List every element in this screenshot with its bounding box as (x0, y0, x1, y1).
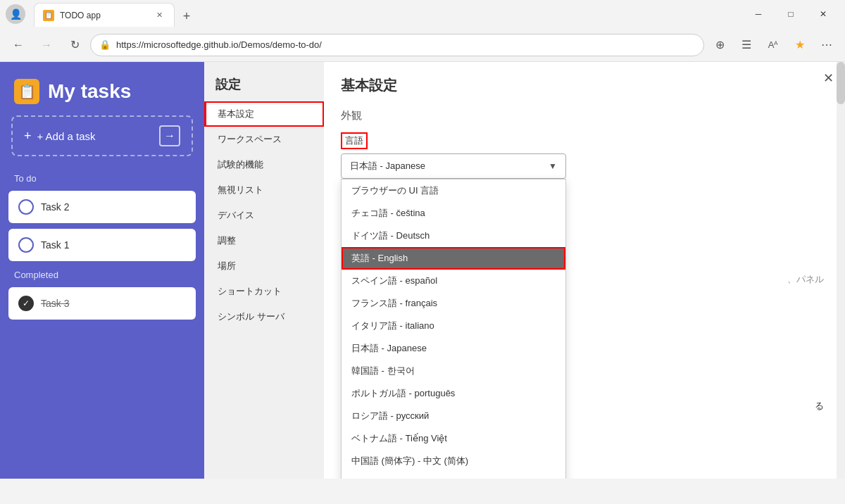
language-dropdown[interactable]: ブラウザーの UI 言語 チェコ語 - čeština ドイツ語 - Deuts… (341, 179, 566, 479)
share-icon[interactable]: ⊕ (707, 32, 732, 58)
language-select-wrapper: 日本語 - Japanese ▼ ブラウザーの UI 言語 チェコ語 - češ… (341, 153, 566, 179)
settings-close-button[interactable]: ✕ (823, 70, 834, 86)
tab-favicon: 📋 (43, 10, 54, 21)
add-task-button[interactable]: + + Add a task → (11, 115, 193, 156)
dropdown-item-it[interactable]: イタリア語 - italiano (342, 315, 565, 337)
dropdown-item-es[interactable]: スペイン語 - español (342, 270, 565, 292)
settings-area: 設定 基本設定 ワークスペース 試験的機能 無視リスト デバイス 調整 場所 (204, 62, 845, 479)
settings-nav: 設定 基本設定 ワークスペース 試験的機能 無視リスト デバイス 調整 場所 (204, 62, 324, 479)
completed-task-checkbox[interactable]: ✓ (18, 296, 34, 311)
partial-hint: る (815, 400, 824, 412)
todo-section-label: To do (0, 168, 204, 188)
completed-section-label: Completed (0, 264, 204, 284)
chevron-down-icon: ▼ (549, 161, 557, 171)
add-task-label: + Add a task (37, 130, 96, 142)
close-button[interactable]: ✕ (807, 3, 839, 25)
add-task-plus-icon: + (24, 129, 32, 144)
settings-panel-title: 設定 (204, 70, 324, 101)
sidebar: 📋 My tasks + + Add a task → To do Task 2… (0, 62, 204, 479)
settings-nav-item-experimental[interactable]: 試験的機能 (204, 152, 324, 177)
dropdown-item-vi[interactable]: ベトナム語 - Tiếng Việt (342, 427, 565, 450)
settings-nav-item-workspace[interactable]: ワークスペース (204, 127, 324, 152)
dropdown-item-zh-tw[interactable]: 中国語 (繁体字) - 中文 (繁體) (342, 472, 565, 479)
dropdown-item-browser[interactable]: ブラウザーの UI 言語 (342, 179, 565, 202)
settings-nav-item-device[interactable]: デバイス (204, 203, 324, 228)
language-select-value: 日本語 - Japanese (350, 160, 425, 172)
minimize-button[interactable]: ─ (742, 3, 775, 25)
settings-main-title: 基本設定 (341, 76, 828, 95)
tab-close-button[interactable]: ✕ (153, 9, 165, 22)
settings-nav-item-symbol[interactable]: シンボル サーバ (204, 304, 324, 329)
dropdown-item-ja[interactable]: 日本語 - Japanese (342, 337, 565, 360)
favorites-star-icon[interactable]: ★ (787, 32, 813, 58)
settings-main-panel: ✕ 基本設定 外観 言語 日本語 - Japanese ▼ ブラウザーの UI … (324, 62, 845, 479)
address-bar[interactable]: 🔒 https://microsoftedge.github.io/Demos/… (90, 34, 704, 56)
app-title: My tasks (48, 80, 131, 103)
navigation-bar: ← → ↻ 🔒 https://microsoftedge.github.io/… (0, 28, 845, 62)
dropdown-item-pt[interactable]: ポルトガル語 - português (342, 382, 565, 405)
nav-action-buttons: ⊕ ☰ Aᴬ ★ ⋯ (707, 32, 839, 58)
language-label-row: 言語 (341, 132, 828, 149)
tab-title: TODO app (60, 11, 147, 20)
dropdown-item-fr[interactable]: フランス語 - français (342, 292, 565, 315)
read-aloud-icon[interactable]: Aᴬ (760, 32, 786, 58)
settings-nav-item-basic[interactable]: 基本設定 (204, 101, 324, 127)
settings-nav-item-ignore[interactable]: 無視リスト (204, 177, 324, 203)
app-logo-icon: 📋 (14, 79, 39, 104)
sidebar-header: 📋 My tasks (0, 62, 204, 115)
settings-nav-item-location[interactable]: 場所 (204, 253, 324, 279)
dropdown-item-de[interactable]: ドイツ語 - Deutsch (342, 225, 565, 247)
window-controls: ─ □ ✕ (742, 3, 839, 25)
scrollbar-thumb[interactable] (837, 62, 845, 104)
add-task-arrow-icon: → (159, 125, 180, 146)
back-button[interactable]: ← (6, 32, 31, 58)
dropdown-item-ru[interactable]: ロシア語 - русский (342, 405, 565, 427)
language-select[interactable]: 日本語 - Japanese ▼ (341, 153, 566, 179)
language-label: 言語 (341, 132, 368, 149)
new-tab-button[interactable]: + (176, 6, 197, 27)
active-tab[interactable]: 📋 TODO app ✕ (34, 3, 175, 27)
task-text: Task 2 (41, 201, 69, 213)
scrollbar-track[interactable] (837, 62, 845, 479)
settings-nav-item-adjustment[interactable]: 調整 (204, 228, 324, 253)
app-content: 📋 My tasks + + Add a task → To do Task 2… (0, 62, 845, 479)
dropdown-item-zh-cn[interactable]: 中国語 (簡体字) - 中文 (简体) (342, 450, 565, 472)
task-text: Task 1 (41, 239, 69, 251)
profile-icon[interactable]: 👤 (6, 4, 25, 24)
dropdown-item-en[interactable]: 英語 - English (342, 247, 565, 270)
title-bar: 👤 📋 TODO app ✕ + ─ □ ✕ (0, 0, 845, 28)
tab-bar: 📋 TODO app ✕ + (28, 1, 203, 27)
settings-nav-item-shortcuts[interactable]: ショートカット (204, 279, 324, 304)
task-checkbox[interactable] (18, 199, 34, 215)
lock-icon: 🔒 (99, 39, 111, 50)
url-text: https://microsoftedge.github.io/Demos/de… (116, 39, 695, 50)
completed-task-item[interactable]: ✓ Task 3 (8, 287, 196, 320)
forward-button[interactable]: → (34, 32, 59, 58)
panel-hint: 、パネル (787, 273, 824, 286)
more-options-icon[interactable]: ⋯ (814, 32, 839, 58)
task-item[interactable]: Task 1 (8, 229, 196, 261)
maximize-button[interactable]: □ (775, 3, 807, 25)
completed-task-text: Task 3 (41, 298, 69, 309)
dropdown-item-ko[interactable]: 韓国語 - 한국어 (342, 360, 565, 382)
task-checkbox[interactable] (18, 237, 34, 253)
collections-icon[interactable]: ☰ (734, 32, 759, 58)
appearance-section-label: 外観 (341, 109, 828, 122)
task-item[interactable]: Task 2 (8, 191, 196, 223)
refresh-button[interactable]: ↻ (62, 32, 87, 58)
dropdown-item-cs[interactable]: チェコ語 - čeština (342, 202, 565, 225)
